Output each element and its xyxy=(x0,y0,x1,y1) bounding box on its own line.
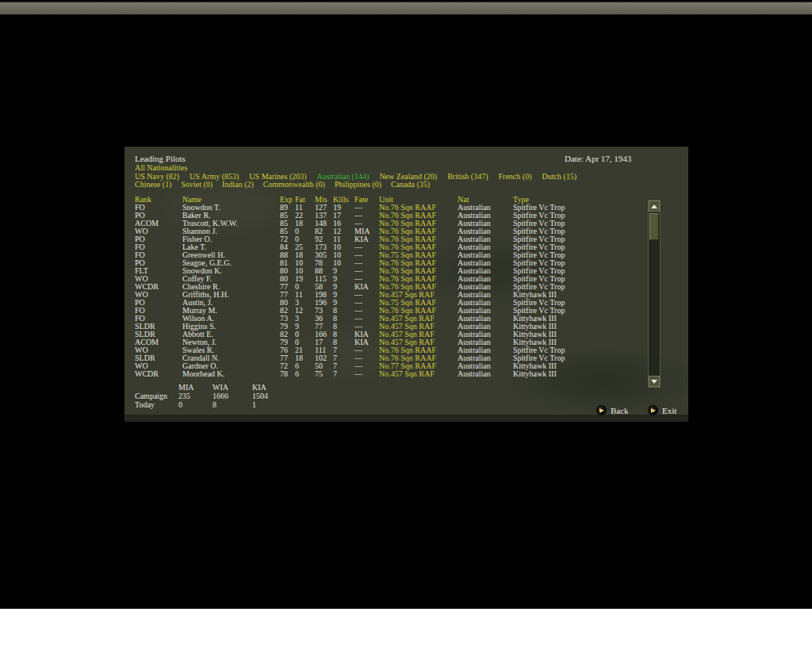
nationality-tab[interactable]: Indian (2) xyxy=(222,181,254,189)
summary-today-wia: 8 xyxy=(213,401,216,409)
nationality-tab[interactable]: Soviet (0) xyxy=(181,181,213,189)
nationality-tabs-row-2: Chinese (1) Soviet (0) Indian (2) Common… xyxy=(135,181,430,189)
summary-header-mia: MIA xyxy=(178,384,193,392)
scrollbar-up-button[interactable] xyxy=(649,201,660,212)
cell-fate: — xyxy=(354,370,362,378)
pilot-list-scrollbar[interactable] xyxy=(648,200,661,388)
table-row: WCDR Moorhead K. 78 6 75 7 — No.457 Sqn … xyxy=(124,370,648,378)
cell-fat: 6 xyxy=(295,370,299,378)
chevron-up-icon xyxy=(651,205,657,208)
summary-today-kia: 1 xyxy=(252,401,256,409)
scrollbar-down-button[interactable] xyxy=(649,376,660,387)
leading-pilots-panel: Leading Pilots Date: Apr 17, 1943 All Na… xyxy=(124,147,688,422)
nationality-tab[interactable]: Philippines (0) xyxy=(335,181,381,189)
chevron-down-icon xyxy=(651,380,657,384)
cell-rank: WCDR xyxy=(135,370,159,378)
cell-nat: Australian xyxy=(458,370,491,378)
cell-unit: No.457 Sqn RAF xyxy=(379,370,435,378)
cell-mis: 75 xyxy=(315,370,323,378)
nationality-tab[interactable]: Commonwealth (0) xyxy=(263,181,325,189)
cell-kills: 7 xyxy=(333,370,337,378)
nationality-tab[interactable]: British (347) xyxy=(447,173,488,181)
game-viewport: Leading Pilots Date: Apr 17, 1943 All Na… xyxy=(0,0,812,609)
panel-bottom-shade xyxy=(124,415,688,422)
summary-header-kia: KIA xyxy=(252,384,266,392)
summary-campaign-mia: 235 xyxy=(178,392,190,400)
nationality-tab[interactable]: French (0) xyxy=(499,173,532,181)
cell-name: Moorhead K. xyxy=(182,370,224,378)
summary-today-mia: 0 xyxy=(178,401,182,409)
summary-today-label: Today xyxy=(135,401,155,409)
page-title: Leading Pilots xyxy=(135,155,186,162)
nationality-tab[interactable]: Canada (35) xyxy=(391,181,430,189)
summary-header-wia: WIA xyxy=(213,384,228,392)
pilot-table-rows: FO Snowdon T. 89 11 127 19 — No.76 Sqn R… xyxy=(124,204,648,378)
screenshot-stage: Leading Pilots Date: Apr 17, 1943 All Na… xyxy=(0,0,812,646)
date-display: Date: Apr 17, 1943 xyxy=(565,155,631,162)
exit-button-label: Exit xyxy=(662,407,676,415)
cell-exp: 78 xyxy=(280,370,288,378)
nationality-filter-label: All Nationalities xyxy=(135,164,187,172)
summary-campaign-label: Campaign xyxy=(135,392,167,400)
window-top-bar xyxy=(0,2,812,15)
cell-type: Kittyhawk III xyxy=(513,370,557,378)
nationality-tab[interactable]: Dutch (15) xyxy=(542,173,576,181)
back-button-label: Back xyxy=(611,407,629,415)
summary-campaign-kia: 1504 xyxy=(252,392,268,400)
nationality-tab[interactable]: Chinese (1) xyxy=(135,181,171,189)
summary-campaign-wia: 1666 xyxy=(213,392,228,400)
scrollbar-thumb[interactable] xyxy=(649,213,659,240)
